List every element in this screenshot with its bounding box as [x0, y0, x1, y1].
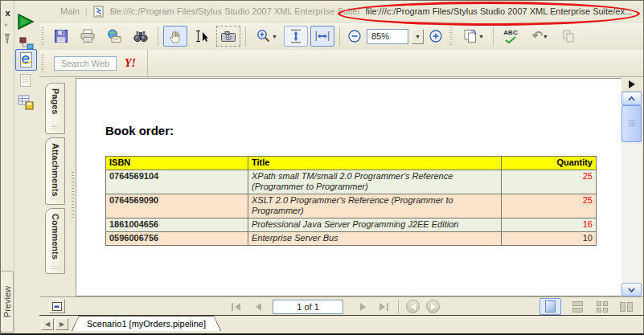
thumb-gripper [629, 121, 635, 128]
facing-pages-icon [597, 301, 608, 313]
snapshot-tool-button[interactable] [216, 26, 240, 47]
zoom-level-combobox[interactable]: 85% [367, 29, 408, 44]
tab-document-url-inactive[interactable]: file:///c:/Program Files/Stylus Studio 2… [110, 6, 360, 16]
play-icon [16, 13, 35, 31]
tab-pages[interactable]: Pages [45, 83, 65, 134]
cell-quantity: 10 [502, 232, 597, 246]
close-button[interactable]: x [3, 8, 12, 18]
expand-arrow-icon[interactable]: ▸ [5, 21, 8, 28]
spellcheck-abc-label: ABC [503, 30, 517, 36]
toolbar-grip[interactable] [41, 55, 44, 72]
internet-explorer-page-icon [19, 51, 34, 68]
facing-pages-layout-button[interactable] [591, 298, 613, 315]
collapse-preview-button[interactable] [49, 299, 65, 313]
table-row: 1861004656 Professional Java Server Prog… [106, 219, 597, 232]
preview-tab[interactable]: Preview [1, 271, 14, 333]
scenario-tab-label: Scenario1 [myOrders.pipeline] [72, 317, 220, 331]
zoom-tool-button[interactable]: ▾ [251, 26, 281, 47]
tab-grip-dots [51, 266, 59, 270]
binoculars-icon [133, 28, 149, 44]
plus-circle-icon [429, 29, 443, 43]
history-back-button[interactable] [406, 300, 420, 313]
pin-icon[interactable] [3, 33, 11, 46]
tab-main[interactable]: Main [60, 6, 80, 16]
spell-check-button[interactable]: ABC [498, 26, 523, 47]
panel-splitter[interactable] [69, 77, 76, 296]
fit-width-button[interactable] [310, 26, 334, 47]
table-row: 0764569104 XPath small TM/small 2.0 Prog… [106, 170, 597, 194]
fit-width-icon [314, 28, 330, 44]
side-tab-strip: Pages Attachments Comments [45, 83, 65, 277]
export-preview-button[interactable] [18, 95, 34, 110]
cell-isbn: 0596006756 [106, 232, 248, 246]
left-toolbar [14, 1, 39, 333]
tab-pages-label: Pages [51, 84, 60, 126]
preview-tab-label: Preview [2, 286, 12, 317]
search-input[interactable]: Search Web [54, 56, 117, 71]
continuous-layout-button[interactable] [567, 298, 589, 315]
tab-comments[interactable]: Comments [45, 208, 65, 274]
scrollbar-track[interactable] [621, 105, 642, 283]
print-button[interactable] [76, 26, 100, 47]
previous-page-button[interactable] [248, 299, 268, 314]
tab-attachments[interactable]: Attachments [45, 137, 65, 205]
fit-height-button[interactable] [284, 26, 308, 47]
text-select-tool-button[interactable] [190, 26, 214, 47]
scroll-down-button[interactable] [621, 283, 642, 296]
email-button[interactable] [102, 26, 126, 47]
dropdown-arrow-icon[interactable]: ▾ [273, 33, 276, 40]
pipeline-icon [19, 37, 34, 50]
scenario-tab[interactable]: Scenario1 [myOrders.pipeline] [72, 316, 221, 331]
toolbar-grip[interactable] [449, 27, 453, 45]
page-navigation-bar: 1 of 1 [39, 296, 643, 316]
single-page-layout-button[interactable] [539, 298, 561, 315]
cell-quantity: 16 [502, 219, 597, 232]
copy-button[interactable] [556, 26, 580, 47]
page-number-box[interactable]: 1 of 1 [273, 300, 343, 314]
toolbar-grip[interactable] [41, 27, 44, 45]
scrollbar-thumb[interactable] [621, 105, 642, 142]
undo-button[interactable]: ↶ ▾ [525, 26, 554, 47]
vertical-scrollbar[interactable] [621, 78, 642, 296]
expand-panel-button[interactable] [621, 78, 642, 92]
text-select-icon [194, 28, 210, 44]
first-page-button[interactable] [226, 299, 245, 314]
cell-title: XPath small TM/small 2.0 Programmer's Re… [248, 170, 502, 194]
last-page-button[interactable] [374, 299, 393, 314]
hand-tool-button[interactable] [163, 26, 187, 47]
browser-preview-button[interactable] [15, 49, 37, 71]
document-tab-bar: Main | file:///c:/Program Files/Stylus S… [39, 1, 643, 22]
zoom-out-button[interactable] [345, 26, 364, 47]
history-forward-button[interactable] [426, 300, 440, 313]
next-page-button[interactable] [353, 299, 372, 314]
dropdown-arrow-icon[interactable]: ▾ [544, 33, 547, 40]
pages-icon [462, 28, 478, 44]
preview-content-area: Pages Attachments Comments Book order: I… [39, 76, 643, 296]
zoom-level-dropdown-arrow[interactable]: ▾ [412, 29, 424, 44]
copy-pages-icon [561, 29, 576, 43]
chevron-down-icon [628, 288, 635, 292]
run-button[interactable] [16, 13, 35, 31]
tab-attachments-label: Attachments [51, 138, 60, 198]
find-button[interactable] [129, 26, 153, 47]
toolbar-separator [245, 27, 246, 46]
dropdown-arrow-icon[interactable]: ▾ [479, 33, 482, 40]
undo-arrow-icon: ↶ [532, 31, 543, 42]
splitter-grip[interactable] [72, 172, 74, 219]
cell-title: Professional Java Server Programming J2E… [248, 219, 502, 232]
save-button[interactable] [49, 26, 73, 47]
pipeline-button[interactable] [19, 37, 34, 50]
navbar-separator [398, 300, 399, 313]
two-page-layout-button[interactable] [615, 298, 637, 315]
tab-scroll-right-button[interactable]: ▶ [55, 318, 68, 330]
yahoo-logo[interactable]: Y! [125, 57, 136, 70]
tab-scroll-left-button[interactable]: ◀ [41, 318, 54, 330]
continuous-pages-icon [572, 301, 583, 313]
scroll-up-button[interactable] [621, 92, 642, 105]
text-preview-button[interactable] [19, 73, 31, 88]
toolbar-separator [493, 27, 494, 46]
zoom-in-button[interactable] [426, 26, 445, 47]
tab-grip-dots [51, 126, 59, 130]
tab-document-url-active[interactable]: file:///c:/Program Files/Stylus Studio 2… [366, 6, 644, 16]
page-mode-button[interactable]: ▾ [457, 26, 488, 47]
